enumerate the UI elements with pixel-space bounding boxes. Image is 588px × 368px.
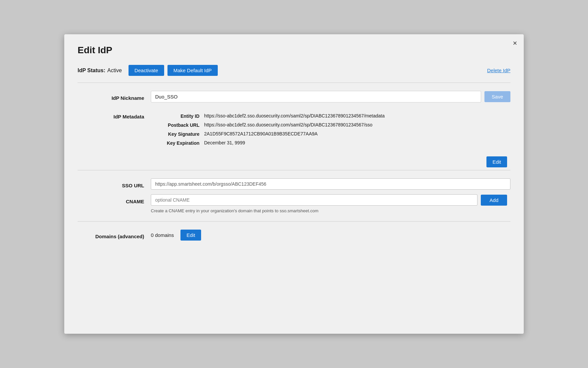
meta-field-label: Postback URL <box>151 122 204 128</box>
meta-field-value: December 31, 9999 <box>204 140 245 145</box>
meta-field-value: https://sso-abc1def2.sso.duosecurity.com… <box>204 113 385 118</box>
metadata-label: IdP Metadata <box>78 113 151 119</box>
metadata-edit-button[interactable]: Edit <box>486 156 507 167</box>
nickname-row: IdP Nickname Save <box>78 83 510 108</box>
add-cname-button[interactable]: Add <box>481 195 507 206</box>
meta-field-value: 2A1D55F9C8572A1712CB90A01B9B35ECDE77AA9A <box>204 131 318 136</box>
cname-row: CNAME Add <box>78 194 510 206</box>
meta-field-label: Key Expiration <box>151 140 204 146</box>
metadata-field-row: Key Signature 2A1D55F9C8572A1712CB90A01B… <box>151 131 510 137</box>
domains-count: 0 domains <box>151 232 174 238</box>
delete-idp-button[interactable]: Delete IdP <box>487 68 510 73</box>
meta-field-label: Key Signature <box>151 131 204 137</box>
metadata-field-row: Entity ID https://sso-abc1def2.sso.duose… <box>151 113 510 119</box>
metadata-edit-row: Edit <box>78 156 510 167</box>
meta-field-value: https://sso-abc1def2.sso.duosecurity.com… <box>204 122 373 127</box>
close-button[interactable]: × <box>513 40 517 47</box>
sso-url-label: SSO URL <box>78 180 151 188</box>
nickname-input[interactable] <box>151 91 481 102</box>
deactivate-button[interactable]: Deactivate <box>129 65 164 76</box>
make-default-button[interactable]: Make Default IdP <box>167 65 218 76</box>
metadata-field-row: Postback URL https://sso-abc1def2.sso.du… <box>151 122 510 128</box>
domains-label: Domains (advanced) <box>78 231 151 239</box>
domains-edit-button[interactable]: Edit <box>180 230 201 241</box>
sso-url-input[interactable] <box>151 178 510 190</box>
idp-status-label: IdP Status: <box>78 68 105 74</box>
domains-section: Domains (advanced) 0 domains Edit <box>78 222 510 241</box>
sso-url-section: SSO URL CNAME Add Create a CNAME entry i… <box>78 170 510 213</box>
idp-status-row: IdP Status: Active Deactivate Make Defau… <box>78 65 510 83</box>
metadata-fields: Entity ID https://sso-abc1def2.sso.duose… <box>151 113 510 149</box>
meta-field-label: Entity ID <box>151 113 204 119</box>
nickname-label: IdP Nickname <box>78 92 151 101</box>
cname-hint: Create a CNAME entry in your organizatio… <box>151 208 318 213</box>
edit-idp-modal: × Edit IdP IdP Status: Active Deactivate… <box>64 34 524 334</box>
idp-status-value: Active <box>107 68 122 74</box>
modal-title: Edit IdP <box>78 45 510 56</box>
idp-metadata-section: IdP Metadata Entity ID https://sso-abc1d… <box>78 108 510 150</box>
metadata-field-row: Key Expiration December 31, 9999 <box>151 140 510 146</box>
cname-label: CNAME <box>78 196 151 204</box>
cname-input[interactable] <box>151 194 477 206</box>
save-button[interactable]: Save <box>484 91 510 102</box>
